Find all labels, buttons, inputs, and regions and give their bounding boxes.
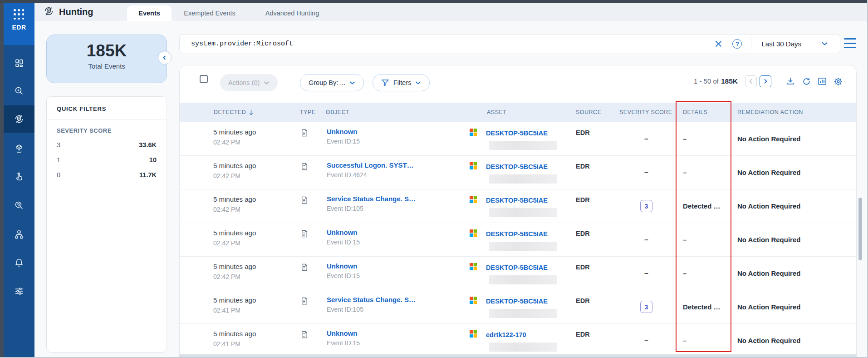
search-query-input[interactable]: system.provider:Microsoft: [180, 40, 715, 48]
asset-link[interactable]: DESKTOP-5BC5IAE: [486, 264, 548, 271]
object-link[interactable]: Service Status Change. S…: [327, 195, 468, 203]
event-row[interactable]: 5 minutes ago 02:42 PM Successful Logon.…: [180, 156, 856, 189]
detected-relative-time: 5 minutes ago: [213, 195, 298, 203]
clear-query-icon[interactable]: [715, 40, 722, 48]
group-by-button[interactable]: Group By: ...: [300, 74, 364, 91]
severity-filter-row[interactable]: 1 10: [47, 153, 167, 168]
source-cell: EDR: [572, 189, 618, 223]
menu-icon[interactable]: [844, 38, 856, 48]
details-cell: Detected …: [675, 290, 733, 323]
windows-logo-icon: [470, 330, 477, 339]
tab-advanced-hunting[interactable]: Advanced Hunting: [260, 5, 324, 21]
severity-filter-row[interactable]: 0 11.7K: [47, 168, 167, 183]
detected-cell: 5 minutes ago 02:42 PM: [212, 156, 298, 189]
source-cell: EDR: [572, 156, 618, 189]
severity-filter-row[interactable]: 3 33.6K: [47, 138, 167, 153]
asset-link[interactable]: DESKTOP-5BC5IAE: [486, 197, 548, 204]
windows-logo-icon: [470, 229, 477, 239]
asset-link[interactable]: edrtk122-170: [486, 331, 526, 338]
filters-button[interactable]: Filters: [373, 74, 430, 91]
chart-view-icon[interactable]: [817, 76, 827, 86]
type-cell: [298, 122, 325, 155]
column-header-remediation-action[interactable]: REMEDIATION ACTION: [733, 109, 856, 115]
object-link[interactable]: Unknown: [327, 329, 468, 337]
severity-score-badge[interactable]: 3: [640, 301, 652, 313]
sidebar-item-investigation-search[interactable]: [4, 80, 34, 102]
object-link[interactable]: Unknown: [327, 229, 468, 236]
page-title-group: Hunting: [43, 5, 93, 19]
object-link[interactable]: Successful Logon. SYST…: [327, 161, 468, 169]
chevron-down-icon: [415, 81, 421, 85]
sidebar-item-hunting[interactable]: [4, 105, 34, 133]
column-header-type[interactable]: TYPE: [298, 109, 325, 115]
detected-clock-time: 02:42 PM: [213, 206, 298, 213]
event-row[interactable]: 5 minutes ago 02:42 PM Service Status Ch…: [180, 189, 856, 223]
date-range-select[interactable]: Last 30 Days: [751, 35, 840, 53]
object-cell: Unknown Event ID:15: [325, 122, 468, 155]
event-row[interactable]: 5 minutes ago 02:42 PM Unknown Event ID:…: [180, 122, 856, 156]
source-cell: EDR: [572, 290, 618, 323]
export-download-icon[interactable]: [785, 76, 795, 86]
event-log-type-icon: [300, 299, 309, 307]
prev-page-button[interactable]: [745, 75, 757, 87]
column-header-asset[interactable]: ASSET: [468, 109, 572, 115]
sidebar-item-forensics[interactable]: [4, 194, 34, 216]
sidebar-item-settings[interactable]: [4, 280, 34, 302]
detected-cell: 5 minutes ago 02:41 PM: [212, 290, 298, 323]
column-header-severity-score[interactable]: SEVERITY SCORE: [618, 109, 675, 115]
apps-grid-icon[interactable]: [14, 9, 25, 20]
column-header-source[interactable]: SOURCE: [572, 109, 618, 115]
event-row[interactable]: 5 minutes ago 02:42 PM Unknown Event ID:…: [180, 257, 856, 290]
column-header-object[interactable]: OBJECT: [325, 109, 468, 115]
quick-filters-title: QUICK FILTERS: [47, 97, 167, 119]
gear-icon[interactable]: [833, 76, 843, 87]
object-link[interactable]: Service Status Change. S…: [327, 296, 468, 303]
event-row[interactable]: 5 minutes ago 02:42 PM Unknown Event ID:…: [180, 223, 856, 257]
sidebar-item-dashboard[interactable]: [4, 52, 34, 74]
dashboard-icon: [14, 58, 24, 68]
asset-link[interactable]: DESKTOP-5BC5IAE: [486, 230, 548, 238]
asset-link[interactable]: DESKTOP-5BC5IAE: [486, 129, 548, 137]
object-link[interactable]: Unknown: [327, 262, 468, 270]
column-header-details[interactable]: DETAILS: [675, 109, 733, 115]
event-row[interactable]: 5 minutes ago 02:41 PM Service Status Ch…: [180, 290, 856, 324]
refresh-icon[interactable]: [801, 76, 811, 86]
event-row[interactable]: 5 minutes ago 02:41 PM Unknown Event ID:…: [180, 324, 856, 358]
details-cell: Detected …: [675, 189, 733, 223]
detected-clock-time: 02:42 PM: [213, 239, 298, 247]
actions-button[interactable]: Actions (0): [220, 74, 278, 91]
severity-score-badge[interactable]: 3: [640, 200, 652, 212]
type-cell: [298, 156, 325, 189]
next-page-button[interactable]: [760, 75, 771, 87]
tab-events[interactable]: Events: [127, 5, 172, 21]
severity-score-cell: –: [618, 223, 675, 256]
detected-clock-time: 02:42 PM: [213, 172, 298, 179]
column-header-detected[interactable]: DETECTED: [212, 109, 298, 115]
asset-link[interactable]: DESKTOP-5BC5IAE: [486, 163, 548, 170]
event-id: Event ID:15: [327, 138, 468, 145]
sidebar-item-asset-inventory[interactable]: [4, 138, 34, 159]
sidebar-item-notifications[interactable]: [4, 252, 34, 273]
vertical-scrollbar-thumb[interactable]: [858, 198, 862, 260]
chevron-down-icon: [349, 81, 355, 85]
asset-link[interactable]: DESKTOP-5BC5IAE: [486, 298, 548, 305]
select-all-checkbox[interactable]: [200, 75, 208, 83]
object-link[interactable]: Unknown: [327, 128, 468, 135]
asset-cell: DESKTOP-5BC5IAE: [468, 189, 572, 223]
object-cell: Unknown Event ID:15: [325, 257, 468, 290]
detected-relative-time: 5 minutes ago: [213, 162, 298, 169]
sidebar-item-response-actions[interactable]: [4, 166, 34, 188]
severity-filter-count: 10: [149, 156, 157, 164]
collapse-panel-button[interactable]: [158, 51, 172, 65]
sidebar-item-topology[interactable]: [4, 224, 34, 245]
windows-logo-icon: [470, 196, 477, 205]
help-icon[interactable]: ?: [732, 39, 742, 49]
remediation-action-cell: No Action Required: [733, 257, 856, 290]
severity-empty-dash: –: [644, 269, 648, 278]
search-shield-icon: [14, 86, 24, 96]
tab-exempted-events[interactable]: Exempted Events: [180, 5, 239, 21]
bell-icon: [14, 258, 24, 268]
remediation-action-cell: No Action Required: [733, 223, 856, 256]
type-cell: [298, 223, 325, 256]
severity-filter-count: 11.7K: [139, 171, 157, 179]
